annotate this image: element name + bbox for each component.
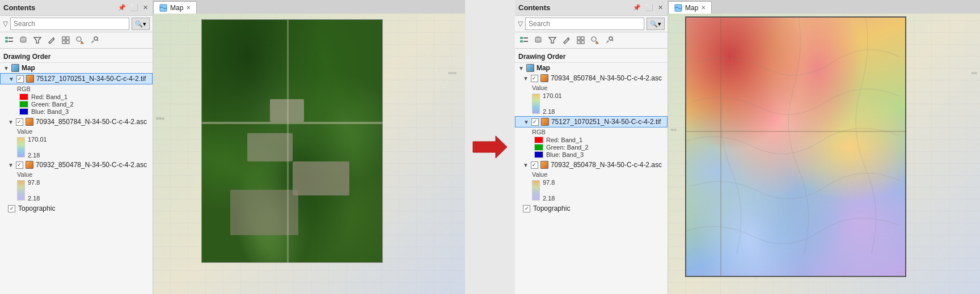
left-asc2-legend: Value 97.8 2.18 [0,170,153,203]
left-layer-asc1-icon [26,118,33,126]
left-search-icon: 🔍 [135,20,143,28]
right-map-tab[interactable]: Map ✕ [668,1,712,14]
right-asc1-min: 2.18 [543,108,562,115]
right-layer-asc1-checkbox[interactable] [531,75,538,82]
right-toolbar-database-icon[interactable] [532,34,544,46]
left-tif-green-color [19,101,28,108]
svg-rect-17 [523,37,528,39]
right-layer-asc2-checkbox[interactable] [531,161,538,169]
svg-marker-20 [549,37,556,43]
left-toolbar [0,32,153,49]
pin-icon[interactable]: 📌 [117,3,127,12]
right-search-dropdown-icon: ▾ [658,20,661,28]
right-toolbar-filter-icon[interactable] [546,34,559,46]
left-layer-asc1[interactable]: ▼ 70934_850784_N-34-50-C-c-4-2.asc [0,117,153,127]
svg-rect-6 [62,37,65,40]
left-topo-text-2: ≈≈≈ [448,70,457,76]
right-asc1-max: 170.01 [543,92,562,99]
left-layer-tif[interactable]: ▼ 75127_1070251_N-34-50-C-c-4-2.tif [0,73,153,84]
right-pin-icon[interactable]: 📌 [632,3,642,12]
right-asc2-max: 97.8 [543,179,555,186]
left-toolbar-list-icon[interactable] [3,34,15,46]
right-topographic-checkbox[interactable] [523,205,530,212]
right-close-icon[interactable]: ✕ [657,3,664,12]
right-tif-blue-label: Blue: Band_3 [546,151,584,158]
right-section: Contents 📌 ⬜ ✕ ▽ 🔍 ▾ [515,0,980,294]
left-map-tab[interactable]: Map ✕ [153,1,197,14]
left-map-view: Map ✕ ≈≈≈ ≈≈≈ [153,0,465,294]
right-filter-icon[interactable]: ▽ [518,20,523,28]
left-toolbar-paint-icon[interactable] [74,34,86,46]
left-asc1-legend: Value 170.01 2.18 [0,127,153,160]
right-topographic-label: Topographic [533,204,570,212]
left-tif-blue-label: Blue: Band_3 [31,108,69,115]
right-asc2-values: 97.8 2.18 [543,179,555,202]
svg-marker-14 [473,136,507,158]
left-map-tab-bar: Map ✕ [153,0,465,14]
right-asc2-value-group: 97.8 2.18 [532,179,664,202]
right-layer-tif[interactable]: ▼ 75127_1070251_N-34-50-C-c-4-2.tif [515,116,668,127]
svg-rect-15 [520,37,523,39]
svg-point-26 [595,42,598,44]
right-toolbar-list-icon[interactable] [518,34,530,46]
left-tif-red-label: Red: Band_1 [31,93,67,100]
left-toolbar-tools-icon[interactable] [88,34,100,46]
right-toolbar [515,32,668,49]
left-asc1-legend-label: Value [17,128,149,135]
left-asc2-max: 97.8 [28,179,40,186]
left-filter-icon[interactable]: ▽ [3,20,8,28]
left-tif-green-row: Green: Band_2 [17,101,149,108]
right-toolbar-tools-icon[interactable] [603,34,615,46]
right-tif-blue-row: Blue: Band_3 [532,151,664,158]
left-layer-asc2[interactable]: ▼ 70932_850478_N-34-50-C-c-4-2.asc [0,160,153,170]
left-map-icon [11,64,19,72]
left-auto-hide-icon[interactable]: ⬜ [129,3,140,12]
left-urban-patch-3 [293,161,349,195]
left-toolbar-database-icon[interactable] [17,34,29,46]
right-auto-hide-icon[interactable]: ⬜ [644,3,654,12]
left-topo-text-1: ≈≈≈ [156,116,164,121]
svg-rect-3 [9,41,13,42]
right-layer-tif-checkbox[interactable] [531,118,539,126]
svg-rect-0 [5,37,8,39]
svg-marker-5 [34,37,41,43]
right-tif-red-label: Red: Band_1 [546,137,582,143]
left-map-section[interactable]: ▼ Map [0,63,153,73]
left-close-icon[interactable]: ✕ [142,3,149,12]
left-layer-asc1-expand: ▼ [8,119,14,125]
left-toolbar-grid-icon[interactable] [60,34,72,46]
right-map-tab-close[interactable]: ✕ [701,5,706,11]
svg-rect-18 [523,41,528,42]
svg-rect-9 [66,41,69,44]
right-toolbar-paint-icon[interactable] [589,34,601,46]
left-search-button[interactable]: 🔍 ▾ [132,18,150,30]
svg-rect-21 [577,37,580,40]
right-search-button[interactable]: 🔍 ▾ [647,18,665,30]
right-search-input[interactable] [525,18,644,30]
right-asc1-legend: Value 170.01 2.18 [515,83,668,116]
left-tif-green-label: Green: Band_2 [31,101,74,108]
right-layer-tif-expand: ▼ [523,119,529,125]
left-layer-tif-expand: ▼ [9,76,14,82]
left-contents-panel: Contents 📌 ⬜ ✕ ▽ 🔍 ▾ [0,0,153,294]
right-toolbar-pencil-icon[interactable] [560,34,573,46]
right-map-section[interactable]: ▼ Map [515,63,668,73]
right-toolbar-grid-icon[interactable] [575,34,587,46]
right-tif-legend-label: RGB [532,129,664,135]
left-tree-area: Drawing Order ▼ Map ▼ 75127_1070251_N-34… [0,49,153,294]
right-layer-asc2-expand: ▼ [523,162,529,168]
left-topographic-checkbox[interactable] [8,205,15,212]
left-layer-asc1-checkbox[interactable] [16,118,23,126]
left-toolbar-filter-icon[interactable] [31,34,44,46]
left-layer-tif-checkbox[interactable] [16,75,24,83]
left-layer-tif-icon [26,75,34,83]
right-asc1-legend-label: Value [532,84,664,91]
left-toolbar-pencil-icon[interactable] [45,34,58,46]
left-search-input[interactable] [10,18,129,30]
right-topographic-row: Topographic [515,203,668,214]
left-layer-asc2-checkbox[interactable] [16,161,23,169]
left-asc2-gradient [17,180,25,201]
right-layer-asc2[interactable]: ▼ 70932_850478_N-34-50-C-c-4-2.asc [515,160,668,170]
right-layer-asc1[interactable]: ▼ 70934_850784_N-34-50-C-c-4-2.asc [515,73,668,83]
left-map-tab-close[interactable]: ✕ [186,5,191,11]
